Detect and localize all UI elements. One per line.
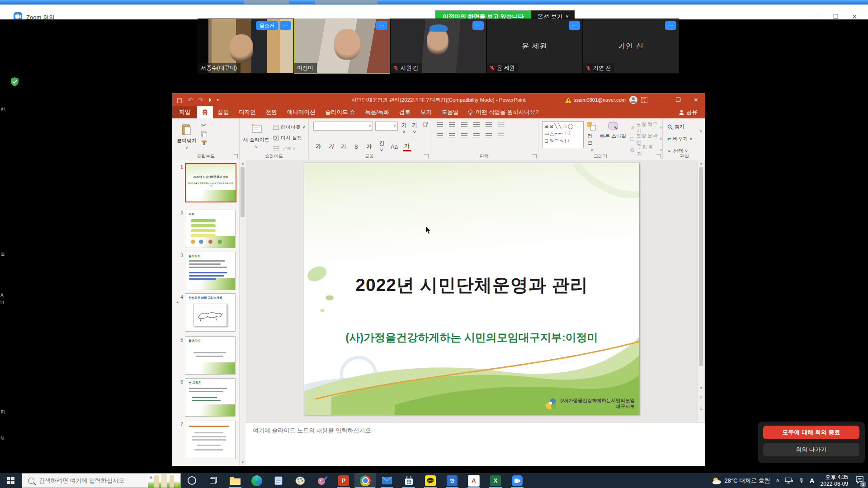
chrome-button[interactable] — [354, 473, 376, 488]
search-input[interactable] — [38, 477, 144, 484]
account-email[interactable]: ssaim0301@naver.com — [574, 97, 626, 103]
excel-button[interactable]: X — [485, 473, 506, 488]
participant-more-button[interactable]: ⋯ — [376, 21, 387, 30]
change-case-button[interactable]: Aa — [390, 144, 398, 150]
tab-slideshow[interactable]: 슬라이드 쇼 — [321, 106, 360, 118]
main-scrollbar[interactable]: ▲ ▼ ⇈ ⇊ — [698, 160, 705, 422]
increase-font-icon[interactable]: 가˄ — [400, 122, 408, 136]
slide-thumb-row[interactable]: 7 — [185, 421, 235, 458]
notes-placeholder[interactable]: 여기에 슬라이드 노트의 내용을 입력하십시오 — [245, 422, 705, 435]
increase-indent-button[interactable] — [473, 122, 480, 127]
slide-title-text[interactable]: 2022년 시민단체운영과 관리 — [304, 273, 639, 297]
tab-record[interactable]: 녹음/녹화 — [360, 106, 394, 118]
slide-thumbnail[interactable] — [185, 421, 236, 459]
scroll-up-icon[interactable]: ▲ — [240, 160, 246, 165]
participant-tile[interactable]: 음소거 ⋯ 서종수(대구대) — [198, 19, 294, 74]
new-slide-button[interactable]: 새 슬라이드 ˅ — [243, 120, 269, 150]
character-spacing-button[interactable]: 간˅ — [377, 140, 386, 154]
notepad-button[interactable] — [268, 473, 289, 488]
align-right-button[interactable] — [461, 133, 467, 138]
redo-icon[interactable]: ↷ — [198, 97, 203, 103]
font-size-select[interactable]: ˅ — [375, 122, 398, 131]
slide-canvas[interactable]: 2022년 시민단체운영과 관리 (사)가정을건강하게하는 시민의모임대구지부:… — [304, 163, 640, 415]
align-left-button[interactable] — [437, 133, 443, 138]
paste-button[interactable]: 붙여넣기 ˅ — [177, 120, 197, 150]
network-icon[interactable] — [785, 478, 793, 483]
clipboard-dialog-launcher[interactable] — [233, 154, 238, 159]
slide-thumbnail[interactable]: 목차 — [185, 210, 236, 248]
slide-thumbnail[interactable]: 본 교육은 — [185, 378, 236, 417]
acrobat-button[interactable]: A — [463, 473, 485, 488]
layout-button[interactable]: 레이아웃˅ — [273, 122, 305, 132]
scrollbar-thumb[interactable] — [699, 167, 703, 366]
cortana-button[interactable] — [181, 473, 203, 488]
start-button[interactable] — [0, 473, 22, 488]
section-button[interactable]: 구역˅ — [273, 144, 305, 154]
notes-pane[interactable]: 여기에 슬라이드 노트의 내용을 입력하십시오 — [245, 422, 705, 466]
line-spacing-button[interactable] — [486, 122, 492, 127]
format-painter-button[interactable] — [201, 140, 207, 145]
tab-transitions[interactable]: 전환 — [261, 106, 282, 118]
align-center-button[interactable] — [449, 133, 455, 138]
end-meeting-for-all-button[interactable]: 모두에 대해 회의 종료 — [763, 426, 859, 439]
ppt-maximize-button[interactable]: ❐ — [670, 94, 687, 106]
tab-help[interactable]: 도움말 — [437, 106, 464, 118]
paragraph-dialog-launcher[interactable] — [532, 154, 537, 159]
slide-thumb-row[interactable]: 6 본 교육은 — [185, 378, 235, 416]
next-slide-button[interactable]: ⇊ — [698, 407, 704, 411]
taskbar-search[interactable] — [22, 473, 181, 488]
action-center-button[interactable]: 3 — [856, 476, 863, 485]
bullets-button[interactable] — [437, 122, 443, 127]
cut-button[interactable]: ✂ — [201, 122, 207, 129]
scroll-down-icon[interactable]: ▼ — [240, 460, 246, 465]
taskbar-clock[interactable]: 오후 4:35 2022-06-09 — [821, 474, 848, 488]
tab-design[interactable]: 디자인 — [234, 106, 261, 118]
scroll-up-icon[interactable]: ▲ — [698, 160, 704, 165]
edge-button[interactable] — [246, 473, 268, 488]
participant-more-button[interactable]: ⋯ — [472, 21, 484, 30]
participant-tile[interactable]: 가연 신 ⋯ 가연 신 — [583, 19, 679, 74]
shape-outline-button[interactable]: 도형 윤곽선˅ — [630, 134, 662, 144]
customize-qat-icon[interactable]: ▾ — [217, 98, 219, 102]
slide-thumb-row[interactable]: 1 2022년 시민단체운영과 관리 (사)가정을건강하게하는 시민의모임대구지… — [185, 163, 235, 201]
ppt-close-button[interactable]: ✕ — [687, 94, 705, 106]
undo-icon[interactable]: ↶ — [188, 97, 193, 103]
zoom-app-button[interactable] — [506, 473, 528, 488]
underline-button[interactable]: 가 — [340, 143, 348, 150]
search-highlight-art[interactable] — [148, 474, 180, 488]
participant-more-button[interactable]: ⋯ — [569, 21, 580, 30]
maximize-button[interactable]: ☐ — [833, 13, 839, 20]
font-color-button[interactable]: 가 — [403, 142, 411, 151]
clear-format-icon[interactable]: 가̸ — [421, 122, 429, 136]
italic-button[interactable]: 가 — [327, 143, 335, 150]
tray-expand-icon[interactable]: ˄ — [776, 478, 779, 484]
powerpoint-button[interactable]: P — [333, 473, 354, 488]
decrease-indent-button[interactable] — [461, 122, 467, 127]
share-button[interactable]: 공유 — [672, 106, 705, 118]
ppt-minimize-button[interactable]: ─ — [652, 94, 670, 106]
task-view-button[interactable] — [203, 473, 224, 488]
drawing-dialog-launcher[interactable] — [656, 154, 661, 159]
slide-thumb-row[interactable]: 4 ★ 한선으로 따라 그려보세요 — [185, 293, 235, 331]
shape-fill-button[interactable]: 도형 채우기˅ — [630, 123, 662, 132]
slide-thumbnail[interactable]: 2022년 시민단체운영과 관리 (사)가정을건강하게하는 시민의모임대구지부:… — [185, 163, 236, 202]
arrange-button[interactable]: 정렬˅ — [587, 121, 596, 153]
slide-thumbnail[interactable]: 들어가기 — [185, 252, 236, 290]
justify-button[interactable] — [473, 133, 480, 138]
ms-store-button[interactable] — [398, 473, 420, 488]
avatar[interactable] — [629, 96, 637, 104]
tab-file[interactable]: 파일 — [172, 106, 197, 118]
kakaotalk-button[interactable]: TALK — [420, 473, 441, 488]
font-name-select[interactable]: ˅ — [313, 122, 373, 131]
participant-tile[interactable]: ⋯ 이정미 — [294, 19, 390, 74]
bold-button[interactable]: 가 — [314, 143, 322, 150]
start-slideshow-icon[interactable]: ⏵ — [208, 97, 212, 103]
paint-button[interactable] — [289, 473, 311, 488]
participant-more-button[interactable]: ⋯ — [665, 21, 676, 30]
strikethrough-button[interactable]: S — [352, 144, 360, 150]
font-dialog-launcher[interactable] — [424, 154, 429, 159]
hwp-button[interactable]: 한 — [441, 473, 463, 488]
shape-gallery[interactable]: ⊞⊠╲╲▭◯▭△⌐⌐⇨⇩◻✎◠∿{} — [542, 121, 584, 148]
save-icon[interactable]: ▤ — [177, 97, 182, 103]
slide-thumbnail[interactable]: 한선으로 따라 그려보세요 — [185, 293, 236, 332]
